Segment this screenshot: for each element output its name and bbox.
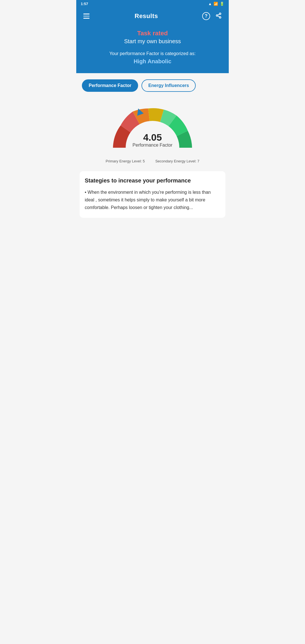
primary-energy-level: Primary Energy Level: 5 (106, 159, 145, 163)
task-rated-label: Task rated (83, 30, 222, 37)
strategies-section: Stategies to increase your performance •… (80, 171, 225, 218)
gauge-levels: Primary Energy Level: 5 Secondary Energy… (104, 159, 201, 163)
page-title: Results (135, 12, 158, 20)
status-icons: ▲ 📶 🔋 (208, 2, 224, 6)
strategies-text: • When the environment in which you're p… (85, 188, 220, 212)
signal-icon: 📶 (213, 2, 218, 6)
gauge-wrapper: 4.05 Performance Factor (104, 100, 201, 156)
tab-energy-influencers[interactable]: Energy Influencers (141, 79, 196, 92)
hero-section: Task rated Start my own business Your pe… (76, 25, 229, 73)
help-icon: ? (202, 12, 210, 20)
nav-right-icons: ? (201, 11, 224, 21)
top-nav: Results ? (76, 8, 229, 25)
help-button[interactable]: ? (201, 11, 211, 21)
status-time: 1:57 (81, 2, 88, 6)
task-name: Start my own business (83, 38, 222, 45)
tabs-container: Performance Factor Energy Influencers (76, 73, 229, 94)
performance-category: High Anabolic (83, 58, 222, 65)
svg-line-3 (218, 16, 219, 17)
menu-button[interactable] (81, 11, 91, 21)
status-bar: 1:57 ▲ 📶 🔋 (76, 0, 229, 8)
strategies-title: Stategies to increase your performance (85, 177, 220, 184)
secondary-energy-level: Secondary Energy Level: 7 (155, 159, 199, 163)
share-button[interactable] (213, 11, 224, 21)
gauge-svg (104, 100, 201, 156)
svg-line-4 (218, 14, 219, 15)
share-icon (215, 12, 222, 20)
performance-desc: Your performance Factor is categorized a… (83, 50, 222, 57)
hamburger-icon (83, 14, 90, 19)
gauge-section: 4.05 Performance Factor Primary Energy L… (76, 94, 229, 166)
battery-icon: 🔋 (220, 2, 224, 6)
wifi-icon: ▲ (208, 2, 212, 6)
tab-performance-factor[interactable]: Performance Factor (82, 79, 138, 92)
